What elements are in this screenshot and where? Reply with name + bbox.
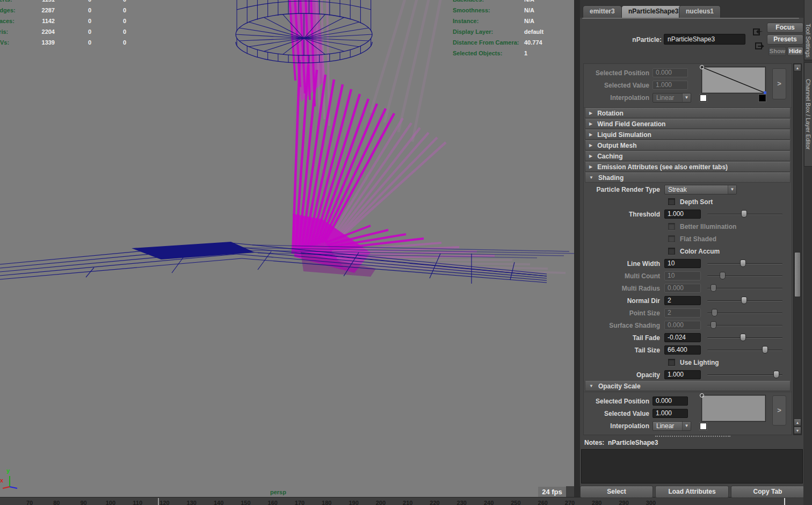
presets-button[interactable]: Presets: [767, 34, 803, 45]
color-ramp-preview[interactable]: [701, 67, 766, 93]
section-header-caching[interactable]: ▶Caching: [585, 151, 791, 161]
attribute-scrollbar[interactable]: ▲ ▲ ▼: [793, 63, 802, 435]
ramp-expand-button[interactable]: >: [772, 395, 786, 425]
selected-value-field[interactable]: 1.000: [653, 81, 688, 90]
hide-button[interactable]: Hide: [787, 47, 803, 56]
perspective-viewport[interactable]: Verts:115100Edges:228700Faces:114200Tris…: [0, 0, 574, 497]
expand-arrow-icon: ▼: [589, 384, 593, 388]
point-size-field[interactable]: 2: [664, 308, 701, 318]
line-width-field[interactable]: 10: [664, 259, 701, 268]
flat-shaded-checkbox[interactable]: [668, 235, 675, 242]
tail-size-field[interactable]: 66.400: [664, 345, 701, 355]
normal-dir-field[interactable]: 2: [664, 296, 701, 305]
interpolation-dropdown[interactable]: Linear ▼: [653, 93, 691, 103]
use-lighting-checkbox[interactable]: [668, 359, 675, 366]
tail-fade-field[interactable]: -0.024: [664, 333, 701, 342]
panel-divider[interactable]: [574, 0, 580, 505]
slider-track[interactable]: [707, 374, 782, 376]
tail-fade-slider[interactable]: [707, 333, 782, 342]
frame-tick-label: 80: [53, 500, 60, 505]
ramp-key-handle[interactable]: [700, 393, 704, 398]
slider-track[interactable]: [707, 350, 782, 351]
slider-track[interactable]: [707, 288, 782, 289]
hud-stat-value: 1151: [27, 0, 55, 3]
section-header-opacity-scale[interactable]: ▼ Opacity Scale: [585, 381, 791, 391]
pin-tab-icon[interactable]: [752, 27, 764, 37]
tool-settings-tab[interactable]: Tool Settings: [804, 0, 812, 60]
ramp-key-swatch-white[interactable]: [700, 423, 707, 430]
load-attributes-button[interactable]: Load Attributes: [655, 486, 729, 498]
ramp-key-swatch-black[interactable]: [759, 95, 766, 102]
slider-handle[interactable]: [712, 309, 717, 316]
depth-sort-checkbox[interactable]: [668, 198, 675, 205]
channel-box-layer-editor-tab[interactable]: Channel Box / Layer Editor: [804, 62, 812, 167]
section-header-liquid-simulation[interactable]: ▶Liquid Simulation: [585, 129, 791, 140]
line-width-slider[interactable]: [707, 259, 782, 268]
slider-track[interactable]: [707, 325, 782, 326]
opacity-field[interactable]: 1.000: [664, 370, 701, 379]
selected-position-field[interactable]: 0.000: [653, 396, 688, 406]
tab-emitter3[interactable]: emitter3: [583, 5, 622, 18]
surface-shading-field[interactable]: 0.000: [664, 321, 701, 330]
slider-handle[interactable]: [711, 321, 716, 329]
ramp-expand-button[interactable]: >: [772, 68, 786, 99]
section-header-shading[interactable]: ▼ Shading: [585, 172, 791, 183]
slider-handle[interactable]: [741, 210, 747, 218]
multi-count-field[interactable]: 10: [664, 271, 701, 280]
opacity-slider[interactable]: [707, 370, 782, 379]
selected-position-field[interactable]: 0.000: [653, 68, 688, 77]
section-header-output-mesh[interactable]: ▶Output Mesh: [585, 140, 791, 150]
ramp-key-handle[interactable]: [700, 65, 704, 69]
scroll-down-icon[interactable]: ▼: [794, 427, 801, 434]
interpolation-dropdown[interactable]: Linear ▼: [653, 421, 691, 431]
color-accum-checkbox[interactable]: [668, 248, 675, 255]
slider-track[interactable]: [707, 313, 782, 314]
scrollbar-thumb[interactable]: [794, 252, 801, 297]
multi-radius-slider[interactable]: [707, 284, 782, 293]
slider-handle[interactable]: [762, 346, 768, 354]
time-slider[interactable]: 7080901001101201301401501601701801902002…: [0, 497, 812, 505]
current-frame-marker[interactable]: [158, 498, 159, 505]
break-tab-icon[interactable]: [754, 41, 766, 51]
tail-size-slider[interactable]: [707, 345, 782, 355]
section-header-wind-field-generation[interactable]: ▶Wind Field Generation: [585, 119, 791, 129]
slider-handle[interactable]: [740, 334, 746, 341]
particle-render-type-dropdown[interactable]: Streak ▼: [664, 185, 737, 194]
tab-nucleus1[interactable]: nucleus1: [679, 5, 721, 18]
scroll-up-icon[interactable]: ▲: [794, 64, 801, 71]
hud-row: Verts:115100: [0, 0, 157, 7]
frame-tick-label: 290: [619, 500, 628, 505]
better-illumination-checkbox[interactable]: [668, 223, 675, 230]
point-size-slider[interactable]: [707, 308, 782, 318]
opacity-ramp-preview[interactable]: [701, 395, 766, 422]
slider-track[interactable]: [707, 276, 782, 277]
multi-count-slider[interactable]: [707, 271, 782, 280]
slider-handle[interactable]: [740, 259, 746, 267]
section-header-rotation[interactable]: ▶Rotation: [585, 108, 791, 118]
slider-handle[interactable]: [711, 284, 716, 292]
slider-handle[interactable]: [741, 297, 747, 304]
hud-stat-label: Display Layer:: [453, 28, 493, 35]
threshold-field[interactable]: 1.000: [664, 210, 701, 219]
normal-dir-slider[interactable]: [707, 296, 782, 305]
ramp-end-point[interactable]: [764, 91, 766, 94]
select-button[interactable]: Select: [580, 486, 653, 498]
show-button[interactable]: Show: [769, 47, 786, 56]
selected-value-field[interactable]: 1.000: [653, 409, 688, 418]
section-header-emission-attributes-see-also-emitter-tabs[interactable]: ▶Emission Attributes (see also emitter t…: [585, 162, 791, 172]
focus-button[interactable]: Focus: [767, 23, 803, 33]
slider-handle[interactable]: [720, 272, 726, 279]
notes-textarea[interactable]: [581, 449, 803, 484]
node-name-field[interactable]: nParticleShape3: [664, 34, 745, 45]
surface-shading-slider[interactable]: [707, 321, 782, 330]
ramp-key-swatch-white[interactable]: [700, 95, 707, 102]
slider-handle[interactable]: [773, 371, 779, 378]
copy-tab-button[interactable]: Copy Tab: [731, 486, 804, 498]
scroll-up-icon[interactable]: ▲: [794, 419, 801, 426]
tab-nparticleshape3[interactable]: nParticleShape3: [621, 5, 685, 18]
multi-radius-field[interactable]: 0.000: [664, 284, 701, 293]
node-type-label: nParticle:: [601, 36, 662, 44]
notes-resize-grip[interactable]: [655, 436, 730, 438]
threshold-slider[interactable]: [707, 210, 782, 219]
attribute-editor-panel: emitter3nParticleShape3nucleus1 nParticl…: [580, 0, 803, 497]
